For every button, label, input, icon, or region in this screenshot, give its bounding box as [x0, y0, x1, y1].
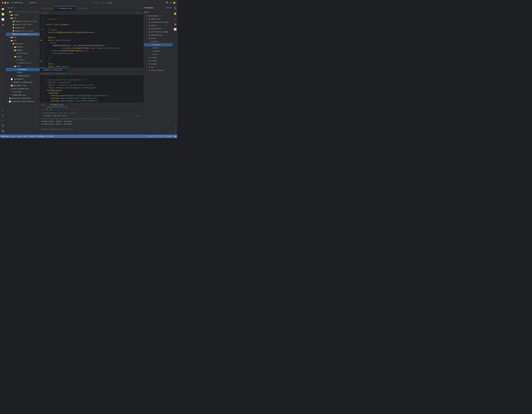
db-item-localhost[interactable]: ▾ 🖥 @localhost 10 [144, 14, 173, 18]
stop-button[interactable]: ⬛ [49, 108, 52, 111]
project-tool-icon[interactable]: 📁 [0, 7, 5, 11]
tree-item-out[interactable]: ▶ 📂 out [6, 36, 40, 39]
db-item-staybooking[interactable]: ▶ 🗄 staybooking [144, 34, 173, 37]
tree-item-webstudy[interactable]: ▾ 📁 WebStudy ~/Desktop/CS/JavaEE/1.JavaW… [6, 10, 40, 13]
terminal-icon[interactable]: ⬛ [0, 123, 5, 128]
filter-button[interactable]: ⊘ [61, 108, 65, 111]
tree-item-src[interactable]: ▾ 📂 src [6, 39, 40, 42]
debug-tool-icon[interactable]: 🐞 [0, 113, 5, 118]
minimize-button[interactable] [4, 2, 6, 4]
tree-item-proxy[interactable]: ▾ 📂 proxy [6, 55, 40, 58]
db-refresh-button[interactable]: ↺ [167, 7, 168, 9]
run-tool-icon[interactable]: ▶ [0, 108, 5, 113]
tree-item-mybatisconfig[interactable]: ✦ mybatis-config.xml [6, 81, 40, 84]
tree-item-mybatis-jar[interactable]: 📦 mybatis-3.5.13.jar [6, 29, 40, 33]
notifications-icon[interactable]: 🔔 [173, 1, 176, 4]
tree-item-testmapper[interactable]: ☰ TestMapper [6, 52, 40, 55]
tree-item-testprops[interactable]: ⚙ test.properties [6, 87, 40, 90]
prev-test-button[interactable]: ↑ [53, 108, 57, 111]
bookmarks-icon[interactable]: 🔖 [0, 22, 5, 27]
indent-settings[interactable]: 4 spaces [165, 135, 172, 137]
settings-icon[interactable]: ⚙ [170, 1, 171, 4]
tab-testmain-java[interactable]: T TestMain.java ✕ [55, 6, 76, 11]
next-test-button[interactable]: ↓ [57, 108, 60, 111]
code-content[interactable]: ▶ import ··· public class TestMain { 2 u… [45, 15, 143, 67]
close-bottom-tab-icon[interactable]: ✕ [65, 104, 66, 106]
tree-item-lib[interactable]: ▾ 📂 lib [6, 17, 40, 20]
scroll-right-down-icon[interactable]: ∨ [173, 129, 178, 134]
tree-item-scratches[interactable]: ▶ 📝 Scratches and Consoles [6, 100, 40, 103]
more-xml-tabs-button[interactable]: ⋯ [140, 67, 143, 72]
db-item-sys[interactable]: ▶ 🗄 sys [144, 66, 173, 69]
tree-item-mylogger[interactable]: 📋 myLogger.log [6, 84, 40, 87]
tree-item-mapper[interactable]: ▾ 📂 mapper [6, 49, 40, 52]
tree-item-test-folder[interactable]: ▾ 📂 test [6, 65, 40, 68]
tab-mybatis-config[interactable]: ✦ mybatis-config.xml ✕ [40, 68, 66, 72]
vcs-tool-icon[interactable]: 🔀 [0, 12, 5, 17]
search-everywhere-icon[interactable]: 🔍 [166, 1, 168, 4]
ai-icon[interactable]: ✦ [173, 17, 178, 21]
db-item-study4[interactable]: ▶ 🗄 study4 [144, 62, 173, 66]
db-item-teacher[interactable]: ⊞ teacher [144, 50, 173, 53]
db-item-mysql[interactable]: ▶ 🗄 mysql [144, 24, 173, 27]
db-item-information[interactable]: ▶ 🗄 information_schema [144, 21, 173, 24]
run-all-button[interactable]: ▶▶ [45, 108, 48, 111]
structure-right-icon[interactable]: 📊 [173, 27, 178, 32]
branch-name[interactable]: master [30, 2, 36, 4]
more-bottom-button[interactable]: ⋯ [78, 108, 81, 111]
sort-button[interactable]: ⇅ [66, 108, 69, 111]
db-add-button[interactable]: + [166, 7, 167, 9]
db-item-views[interactable]: ▶ ⊟ views 2 [144, 56, 173, 59]
tree-item-extlibs[interactable]: ▶ 📚 External Libraries [6, 97, 40, 100]
maximize-button[interactable] [7, 2, 9, 4]
db-filter-button[interactable]: ⊞ [147, 11, 148, 13]
db-item-ebean[interactable]: ▶ 🗄 ebean_test [144, 18, 173, 21]
tree-item-idea[interactable]: ▶ 📂 .idea [6, 13, 40, 17]
tree-item-entity[interactable]: ▶ 📂 entity [6, 46, 40, 49]
tree-item-lombok[interactable]: 📦 lombok.jar [6, 26, 40, 29]
services-icon[interactable]: 🔧 [0, 129, 5, 133]
tab-student-db[interactable]: ⊞ student [76, 6, 89, 11]
code-scroll[interactable]: 20 21 22 23 2 usages 24 25 26 27 28 29 3… [40, 15, 143, 67]
tree-item-junit[interactable]: 📦 junit-4.13.2.jar [6, 23, 40, 26]
notifications-count[interactable]: 🔔 [174, 135, 176, 137]
tree-item-textxml[interactable]: ✦ text.xml [6, 90, 40, 94]
test-item[interactable]: ✓ TestMain (com.test.test) 403 ms [40, 114, 143, 117]
line-ending[interactable]: LF [154, 135, 156, 137]
close-xml-tab-icon[interactable]: ✕ [63, 69, 64, 71]
tree-item-gitignore[interactable]: 📄 .gitignore [6, 77, 40, 81]
db-item-study2[interactable]: ▶ 🗄 study2 [144, 59, 173, 62]
more-tabs-button[interactable]: ⋯ [140, 6, 143, 11]
tab-testmain-test[interactable]: ✓ TestMain.test ✕ [47, 103, 68, 107]
close-button[interactable] [2, 2, 3, 4]
db-item-student[interactable]: ⊞ student [144, 43, 173, 46]
code-editor-main[interactable]: ▶ import … ⚠ 6 ∧ ∨ 20 21 22 23 2 usages … [40, 11, 143, 67]
export-button[interactable]: ⬆ [70, 108, 73, 111]
tree-item-webstudy-iml[interactable]: ⬡ WebStudy.iml [6, 94, 40, 97]
encoding[interactable]: UTF-8 [158, 135, 163, 137]
xml-code-scroll[interactable]: 1234 5678 9101112 13141516 <?xml version… [40, 75, 143, 103]
debug-button[interactable]: 🐛 [110, 2, 112, 4]
bookmark-right-icon[interactable]: 🔖 [173, 22, 178, 27]
db-settings-button[interactable]: ⚙ [169, 7, 170, 9]
more-run-button[interactable]: ⋯ [113, 2, 114, 4]
db-item-server-objects[interactable]: ▶ 🖥 Server Objects [144, 69, 173, 72]
settings-bottom-button[interactable]: ⚙ [74, 108, 77, 111]
tree-item-shopperproxy[interactable]: C ShopperProxy [6, 62, 40, 65]
db-tool-icon[interactable]: 🗄 [173, 6, 178, 11]
cursor-position[interactable]: 36:65 [148, 135, 153, 137]
db-item-teach[interactable]: ⊞ teach [144, 46, 173, 50]
tree-item-main[interactable]: C Main [6, 71, 40, 74]
db-more-button[interactable]: ⋯ [171, 7, 171, 9]
scroll-right-up-icon[interactable]: ∧ [173, 124, 178, 129]
tab-run[interactable]: Run [40, 103, 47, 107]
rerun-button[interactable]: ↺ [41, 108, 44, 111]
db-item-performance[interactable]: ▶ 🗄 performance_schema [144, 30, 173, 34]
tree-item-mysql-jar[interactable]: 📦 mysql-connector-j-8.2.0.jar [6, 33, 40, 36]
run-button[interactable]: ▶ [107, 1, 109, 4]
problems-icon[interactable]: ⚠ [0, 118, 5, 123]
db-item-study[interactable]: ▾ 🗄 study [144, 37, 173, 40]
tree-item-mybatisutil[interactable]: C MybatisUtil [6, 74, 40, 77]
close-tab-icon[interactable]: ✕ [73, 8, 74, 9]
notifications-right-icon[interactable]: 🔔 [173, 11, 178, 16]
